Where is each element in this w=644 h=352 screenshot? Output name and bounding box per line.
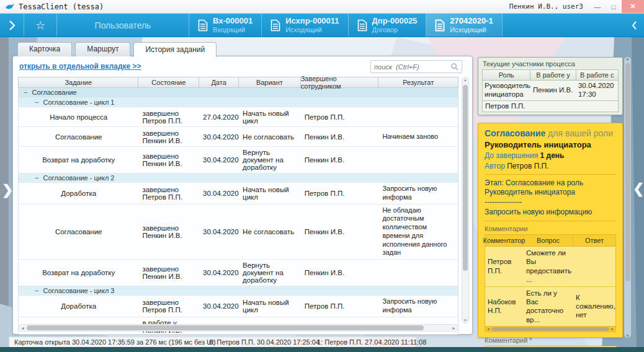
history-group-row[interactable]: −Согласование bbox=[19, 88, 458, 97]
nav-forward-icon[interactable] bbox=[0, 14, 24, 37]
scroll-down-icon[interactable]: ▼ bbox=[462, 319, 468, 322]
tab-incoming-document[interactable]: Вх-000001 Входящий bbox=[189, 14, 261, 37]
history-cell: Не согласовать bbox=[239, 205, 301, 260]
tab-user[interactable]: Пользователь bbox=[57, 14, 189, 37]
panel-expand-left-icon[interactable]: ❯ bbox=[2, 182, 13, 198]
right-panel-vertical-scrollbar[interactable]: ▲ ▼ bbox=[624, 57, 631, 338]
required-mark: * bbox=[529, 337, 532, 344]
column-header-date[interactable]: Дата bbox=[199, 77, 239, 87]
scroll-up-icon[interactable]: ▲ bbox=[462, 78, 468, 82]
history-group-row[interactable]: −Согласование - цикл 3 bbox=[19, 286, 458, 295]
comment-row[interactable]: Набоков Н.П. Есть ли у Вас достаточно вр… bbox=[485, 287, 615, 327]
minimize-button[interactable]: — bbox=[589, 0, 606, 13]
history-task-row[interactable]: Возврат на доработкузавершено Пенкин И.В… bbox=[19, 146, 458, 173]
doc-number: Исхпр-000011 bbox=[285, 17, 339, 26]
collapse-icon[interactable]: − bbox=[35, 174, 38, 182]
close-button[interactable]: ✕ bbox=[622, 0, 644, 13]
column-header-commenter[interactable]: Комментатор bbox=[485, 235, 524, 246]
group-label: Согласование bbox=[32, 89, 76, 96]
history-cell: 30.04.2020 bbox=[199, 260, 239, 286]
tab-route[interactable]: Маршрут bbox=[75, 42, 130, 56]
comment-commenter: Набоков Н.П. bbox=[485, 287, 524, 327]
collapse-icon[interactable]: − bbox=[24, 89, 27, 96]
history-cell: Пенкин И.В. bbox=[301, 127, 379, 146]
comments-table: Комментатор Вопрос Ответ Петров П.П. Смо… bbox=[485, 234, 616, 327]
history-cell: завершено Пенкин И.В. bbox=[138, 147, 199, 173]
tab-task-history[interactable]: История заданий bbox=[133, 42, 217, 57]
deadline-value: 1 день bbox=[540, 151, 565, 160]
column-header-completed-by[interactable]: Завершено сотрудником bbox=[301, 77, 379, 87]
column-header-state[interactable]: Состояние bbox=[138, 77, 199, 87]
task-name: Начало процесса bbox=[50, 113, 107, 121]
participant-row[interactable]: Петров П.П. bbox=[483, 100, 618, 112]
column-header-in-work-since[interactable]: В работе с bbox=[576, 70, 618, 80]
scroll-right-icon[interactable]: ► bbox=[610, 327, 614, 332]
history-grid-rows: −Согласование−Согласование - цикл 1Начал… bbox=[18, 88, 458, 335]
scroll-right-icon[interactable]: ► bbox=[452, 325, 456, 332]
collapse-icon[interactable]: − bbox=[35, 287, 38, 294]
column-header-question[interactable]: Вопрос bbox=[524, 235, 573, 246]
column-header-task[interactable]: Задание bbox=[19, 77, 138, 87]
history-cell: Запросить новую информа bbox=[378, 296, 458, 317]
search-input[interactable] bbox=[374, 63, 450, 71]
stage-line: --------------- bbox=[485, 198, 616, 207]
participant-since: 30.04.2020 17:30 bbox=[576, 81, 618, 100]
scrollbar-thumb[interactable] bbox=[625, 63, 630, 281]
collapse-icon[interactable]: − bbox=[35, 99, 38, 106]
tab-card[interactable]: Карточка bbox=[17, 42, 72, 56]
tab-outgoing-document-1[interactable]: Исхпр-000011 Исходящий bbox=[262, 14, 347, 37]
comments-horizontal-scrollbar[interactable]: ◄ ► bbox=[485, 327, 616, 332]
nav-separator bbox=[502, 14, 503, 37]
history-cell: Возврат на доработку bbox=[19, 260, 138, 286]
for-your-role-label: для вашей роли bbox=[548, 128, 613, 138]
history-task-row[interactable]: Возврат на доработкузавершено Пенкин И.В… bbox=[19, 259, 458, 286]
doc-type: Исходящий bbox=[285, 26, 339, 34]
tab-outgoing-document-active[interactable]: 27042020-1 Исходящий bbox=[426, 14, 501, 37]
task-name: Согласование bbox=[55, 133, 102, 141]
scrollbar-thumb[interactable] bbox=[491, 327, 609, 331]
history-cell bbox=[378, 147, 458, 173]
main-navigation-bar: ☆ Пользователь Вх-000001 Входящий Исхпр-… bbox=[0, 14, 644, 37]
history-task-row[interactable]: Доработказавершено Петров П.П.30.04.2020… bbox=[19, 295, 458, 317]
history-cell: завершено Петров П.П. bbox=[138, 107, 199, 126]
document-icon bbox=[435, 19, 445, 32]
history-grid: Задание Состояние Дата Вариант Завершено… bbox=[18, 77, 458, 335]
stage-line: Этап: Согласование на роль Руководитель … bbox=[485, 178, 616, 197]
search-box[interactable] bbox=[370, 60, 462, 73]
history-cell: Начать новый цикл bbox=[239, 296, 301, 317]
scroll-down-icon[interactable]: ▼ bbox=[624, 334, 631, 338]
history-cell: Петров П.П. bbox=[301, 296, 379, 317]
history-horizontal-scrollbar[interactable]: ◄ ► bbox=[18, 324, 458, 332]
task-name: Согласование bbox=[55, 228, 102, 235]
history-cell: Пенкин И.В. bbox=[301, 205, 379, 260]
history-task-row[interactable]: Согласованиезавершено Пенкин И.В.30.04.2… bbox=[19, 126, 458, 146]
history-task-row[interactable]: Начало процессазавершено Петров П.П.27.0… bbox=[19, 107, 458, 126]
favorites-star-icon[interactable]: ☆ bbox=[24, 14, 56, 37]
column-header-in-work-by[interactable]: В работе у bbox=[530, 70, 576, 80]
history-task-row[interactable]: Доработказавершено Петров П.П.30.04.2020… bbox=[19, 182, 458, 204]
scroll-left-icon[interactable]: ◄ bbox=[20, 325, 25, 332]
document-icon bbox=[271, 19, 280, 32]
history-task-row[interactable]: Согласованиезавершено Пенкин И.В.30.04.2… bbox=[19, 204, 458, 260]
participant-row[interactable]: Руководитель инициатора Пенкин И.В. 30.0… bbox=[483, 81, 618, 100]
tab-contract-document[interactable]: Дпр-000025 Договор bbox=[349, 14, 426, 37]
column-header-answer[interactable]: Ответ bbox=[573, 235, 615, 246]
history-cell: Доработка bbox=[19, 183, 138, 204]
history-cell: Запросить новую информа bbox=[378, 183, 458, 204]
scrollbar-thumb[interactable] bbox=[463, 85, 468, 271]
history-group-row[interactable]: −Согласование - цикл 1 bbox=[19, 97, 458, 107]
column-header-option[interactable]: Вариант bbox=[239, 77, 301, 87]
scroll-up-icon[interactable]: ▲ bbox=[624, 57, 631, 61]
maximize-button[interactable]: □ bbox=[606, 0, 622, 13]
scrollbar-thumb[interactable] bbox=[27, 325, 424, 330]
history-vertical-scrollbar[interactable]: ▲ ▼ bbox=[462, 77, 469, 323]
comment-row[interactable]: Петров П.П. Сможете ли Вы предоставить .… bbox=[485, 247, 615, 287]
panel-collapse-right-icon[interactable]: ❮ bbox=[633, 181, 644, 197]
scroll-left-icon[interactable]: ◄ bbox=[486, 327, 490, 332]
search-icon bbox=[450, 63, 458, 71]
history-group-row[interactable]: −Согласование - цикл 2 bbox=[19, 173, 458, 182]
column-header-role[interactable]: Роль bbox=[483, 70, 530, 80]
open-in-separate-tab-link[interactable]: открыть в отдельной вкладке >> bbox=[19, 62, 141, 71]
nav-back-icon[interactable] bbox=[624, 14, 644, 37]
column-header-result[interactable]: Результат bbox=[378, 77, 458, 87]
